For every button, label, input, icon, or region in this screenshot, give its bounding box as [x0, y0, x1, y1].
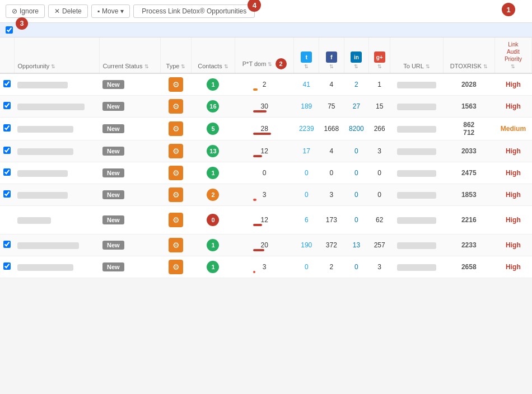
table-row: New⚙120190372132572233High: [0, 234, 532, 256]
ptdom-value: 0: [253, 169, 276, 177]
row-checkbox[interactable]: [3, 190, 11, 198]
sort-gplus-icon[interactable]: ⇅: [377, 64, 382, 69]
to-url-cell: [390, 206, 443, 234]
priority-cell: Medium: [494, 118, 531, 140]
ignore-button[interactable]: ⊘ Ignore: [6, 4, 45, 18]
facebook-cell: 4: [319, 140, 344, 162]
linkedin-cell: 8200: [344, 118, 369, 140]
col-checkbox: [0, 37, 14, 73]
col-opportunity[interactable]: Opportunity ⇅: [14, 37, 99, 73]
move-button[interactable]: ▪ Move ▾: [91, 4, 130, 18]
opportunity-value[interactable]: [17, 264, 73, 271]
to-url-value[interactable]: [397, 104, 436, 110]
sort-priority-icon[interactable]: ⇅: [511, 64, 515, 69]
opportunity-value[interactable]: [17, 104, 85, 110]
opportunity-value[interactable]: [17, 192, 68, 199]
type-cell: ⚙: [160, 184, 191, 206]
row-checkbox[interactable]: [3, 241, 11, 248]
to-url-value[interactable]: [397, 192, 436, 199]
linkedin-cell: 13: [344, 234, 369, 256]
row-checkbox[interactable]: [3, 124, 11, 132]
table-row: New⚙12414212028High: [0, 73, 532, 96]
row-checkbox-cell: [0, 96, 14, 118]
col-ptdom[interactable]: P*T dom ⇅ 2: [235, 37, 294, 73]
ptdom-cell: 30: [235, 96, 294, 118]
sort-twitter-icon[interactable]: ⇅: [304, 64, 309, 69]
delete-button[interactable]: ✕ Delete: [48, 4, 88, 18]
row-checkbox[interactable]: [3, 262, 11, 270]
facebook-cell: 372: [319, 234, 344, 256]
sort-ptdom-icon[interactable]: ⇅: [268, 62, 272, 67]
table-row: New⚙528223916688200266862712Medium: [0, 118, 532, 140]
row-checkbox-cell: [0, 184, 14, 206]
gplus-cell: 0: [369, 162, 390, 184]
process-button[interactable]: Process Link Detox® Opportunities 4: [133, 4, 255, 18]
dtoxrisk-cell: 2033: [443, 140, 494, 162]
opportunity-value[interactable]: [17, 82, 68, 88]
gplus-cell: 0: [369, 184, 390, 206]
priority-cell: High: [494, 73, 531, 96]
row-checkbox[interactable]: [3, 168, 11, 176]
row-checkbox[interactable]: [3, 80, 11, 87]
status-badge: New: [102, 147, 124, 156]
select-all-checkbox[interactable]: [6, 26, 13, 34]
to-url-value[interactable]: [397, 82, 436, 88]
col-link-audit-priority[interactable]: Link Audit Priority ⇅: [494, 37, 531, 73]
opportunity-value[interactable]: [17, 126, 73, 133]
to-url-value[interactable]: [397, 126, 436, 133]
sort-dtoxrisk-icon[interactable]: ⇅: [483, 64, 488, 69]
sort-facebook-icon[interactable]: ⇅: [329, 64, 334, 69]
contacts-cell: 16: [192, 96, 235, 118]
col-current-status[interactable]: Current Status ⇅: [99, 37, 160, 73]
status-cell: New: [99, 118, 160, 140]
opportunity-value[interactable]: [17, 148, 73, 155]
toolbar: ⊘ Ignore ✕ Delete ▪ Move ▾ Process Link …: [0, 0, 532, 23]
col-dtoxrisk[interactable]: DTOXRISK ⇅: [443, 37, 494, 73]
ptdom-value: 12: [253, 216, 276, 224]
col-twitter[interactable]: t ⇅: [294, 37, 319, 73]
col-gplus[interactable]: g+ ⇅: [369, 37, 390, 73]
linkedin-header-icon: in: [351, 51, 362, 63]
gplus-cell: 266: [369, 118, 390, 140]
status-cell: New: [99, 256, 160, 278]
col-to-url[interactable]: To URL ⇅: [390, 37, 443, 73]
sort-tourl-icon[interactable]: ⇅: [426, 64, 430, 69]
type-cell: ⚙: [160, 73, 191, 96]
col-facebook[interactable]: f ⇅: [319, 37, 344, 73]
twitter-cell: 190: [294, 234, 319, 256]
delete-icon: ✕: [54, 7, 60, 15]
sort-linkedin-icon[interactable]: ⇅: [354, 64, 358, 69]
col-type[interactable]: Type ⇅: [160, 37, 191, 73]
type-icon: ⚙: [169, 166, 183, 180]
sort-opportunity-icon[interactable]: ⇅: [51, 64, 55, 69]
facebook-cell: 4: [319, 73, 344, 96]
priority-cell: High: [494, 256, 531, 278]
status-cell: New: [99, 162, 160, 184]
to-url-value[interactable]: [397, 217, 436, 224]
row-checkbox[interactable]: [3, 147, 11, 154]
opportunity-cell: [14, 73, 99, 96]
opportunity-value[interactable]: [17, 217, 51, 224]
contacts-badge: 5: [207, 123, 219, 135]
sort-type-icon[interactable]: ⇅: [181, 64, 185, 69]
contacts-badge: 1: [207, 239, 219, 251]
to-url-value[interactable]: [397, 242, 436, 249]
sort-status-icon[interactable]: ⇅: [144, 64, 149, 69]
status-badge: New: [102, 80, 124, 89]
contacts-cell: 1: [192, 256, 235, 278]
opportunity-value[interactable]: [17, 242, 79, 249]
facebook-cell: 75: [319, 96, 344, 118]
sort-contacts-icon[interactable]: ⇅: [224, 64, 228, 69]
opportunity-cell: [14, 96, 99, 118]
linkedin-cell: 0: [344, 206, 369, 234]
ptdom-value: 20: [253, 241, 276, 249]
row-checkbox[interactable]: [3, 102, 11, 109]
to-url-value[interactable]: [397, 264, 436, 271]
col-contacts[interactable]: Contacts ⇅: [192, 37, 235, 73]
opportunity-value[interactable]: [17, 170, 68, 177]
to-url-value[interactable]: [397, 148, 436, 155]
to-url-value[interactable]: [397, 170, 436, 177]
ptdom-value: 2: [253, 81, 276, 88]
status-cell: New: [99, 206, 160, 234]
col-linkedin[interactable]: in ⇅: [344, 37, 369, 73]
